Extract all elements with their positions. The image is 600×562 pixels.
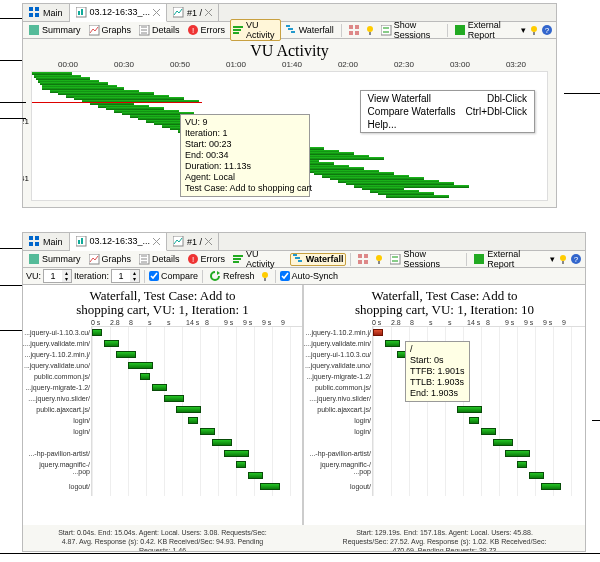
bulb-icon[interactable]	[529, 25, 540, 36]
btn-details[interactable]: Details	[136, 254, 183, 265]
bulb-icon[interactable]	[260, 271, 271, 282]
btn-external-report[interactable]: External Report	[452, 20, 518, 40]
autosync-checkbox[interactable]	[280, 271, 290, 281]
lbl: Graphs	[102, 25, 132, 35]
tab-item[interactable]: #1 /	[167, 233, 219, 251]
bulb-icon[interactable]	[558, 254, 569, 265]
help-icon[interactable]: ?	[571, 254, 582, 265]
spin-down[interactable]: ▾	[62, 276, 71, 282]
grid-icon	[29, 236, 40, 247]
lbl: Compare Waterfalls	[368, 106, 456, 117]
lbl: Details	[152, 25, 180, 35]
svg-rect-60	[392, 260, 398, 262]
bulb-icon[interactable]	[365, 25, 376, 36]
svg-text:!: !	[191, 255, 193, 264]
y-tick: 41	[22, 174, 29, 183]
btn-external-report[interactable]: External Report	[471, 249, 547, 269]
btn-vu-activity[interactable]: VU Activity	[230, 249, 288, 269]
close-icon[interactable]	[205, 9, 212, 16]
btn-summary[interactable]: Summary	[26, 254, 84, 265]
vu-chart[interactable]: VUs 21 41 VU: 9Iteration: 1Start: 00:23E…	[31, 71, 548, 201]
btn-show-sessions[interactable]: Show Sessions	[387, 249, 462, 269]
lbl: #1 /	[187, 237, 202, 247]
tab-session[interactable]: 03.12-16:33_...	[70, 233, 168, 251]
f1: Start: 0.04s. End: 15.04s. Agent: Local.…	[29, 528, 296, 537]
btn-errors[interactable]: !Errors	[185, 254, 229, 265]
btn-vu-activity[interactable]: VU Activity	[230, 19, 281, 41]
svg-rect-34	[35, 236, 39, 240]
btn-errors[interactable]: !Errors	[185, 25, 229, 36]
t2: shopping cart, VU: 1, Iteration: 10	[310, 303, 579, 317]
iter-spinner[interactable]: ▴▾	[111, 269, 140, 283]
toolbar-bottom-1: Summary Graphs Details !Errors VU Activi…	[23, 251, 585, 268]
btn-graphs[interactable]: Graphs	[86, 254, 135, 265]
dropdown-ext[interactable]: ▾	[549, 254, 556, 264]
separator	[202, 270, 203, 283]
svg-rect-52	[358, 254, 362, 258]
bulb-icon[interactable]	[374, 254, 385, 265]
btn-gridview[interactable]	[346, 25, 363, 36]
guide-line	[32, 102, 202, 103]
svg-rect-46	[233, 255, 243, 257]
svg-text:!: !	[191, 26, 193, 35]
svg-rect-48	[233, 261, 239, 263]
wf-grid-right[interactable]: /Start: 0sTTFB: 1.901sTTLB: 1.903sEnd: 1…	[372, 326, 585, 496]
tab-main[interactable]: Main	[23, 233, 70, 251]
svg-rect-6	[81, 9, 83, 15]
report-icon	[76, 7, 87, 18]
svg-rect-13	[233, 26, 243, 28]
lbl: Refresh	[223, 271, 255, 281]
lbl: Errors	[201, 25, 226, 35]
svg-rect-26	[383, 27, 389, 29]
svg-rect-0	[29, 7, 33, 11]
errors-icon: !	[188, 25, 199, 36]
context-menu[interactable]: View WaterfallDbl-Click Compare Waterfal…	[360, 90, 535, 133]
spin-down[interactable]: ▾	[130, 276, 139, 282]
btn-waterfall[interactable]: Waterfall	[290, 253, 347, 266]
btn-refresh[interactable]: Refresh	[207, 271, 258, 282]
tab-item[interactable]: #1 /	[167, 4, 219, 22]
btn-show-sessions[interactable]: Show Sessions	[378, 20, 443, 40]
btn-gridview[interactable]	[355, 254, 372, 265]
toolbar-bottom-2: VU: ▴▾ Iteration: ▴▾ Compare Refresh Aut…	[23, 268, 585, 285]
btn-details[interactable]: Details	[136, 25, 183, 36]
lbl: Main	[43, 237, 63, 247]
close-icon[interactable]	[153, 238, 160, 245]
report-icon	[76, 236, 87, 247]
wf-title: Waterfall, Test Case: Add to shopping ca…	[304, 285, 585, 319]
help-icon[interactable]: ?	[542, 25, 553, 36]
chart-icon	[173, 236, 184, 247]
svg-rect-14	[233, 29, 241, 31]
iter-input[interactable]	[112, 271, 130, 281]
vu-input[interactable]	[44, 271, 62, 281]
svg-rect-35	[29, 242, 33, 246]
btn-graphs[interactable]: Graphs	[86, 25, 135, 36]
compare-label: Compare	[161, 271, 198, 281]
btn-waterfall[interactable]: Waterfall	[283, 25, 337, 36]
svg-rect-33	[29, 236, 33, 240]
f3: Requests: 1.46	[29, 546, 296, 552]
wf-grid-left[interactable]: /jquery-ui-1.10.3.cu.../jquery.validate.…	[91, 326, 302, 496]
lbl: Show Sessions	[403, 249, 459, 269]
graphs-icon	[89, 25, 100, 36]
refresh-icon	[210, 271, 221, 282]
tab-main[interactable]: Main	[23, 4, 70, 22]
compare-checkbox[interactable]	[149, 271, 159, 281]
close-icon[interactable]	[153, 9, 160, 16]
btn-summary[interactable]: Summary	[26, 25, 84, 36]
svg-rect-18	[291, 31, 295, 33]
iter-label: Iteration:	[74, 271, 109, 281]
dropdown-ext[interactable]: ▾	[520, 25, 527, 35]
menu-compare-waterfalls[interactable]: Compare WaterfallsCtrl+Dbl-Click	[362, 105, 533, 118]
vu-spinner[interactable]: ▴▾	[43, 269, 72, 283]
summary-icon	[29, 25, 40, 36]
toolbar-top: Summary Graphs Details !Errors VU Activi…	[23, 22, 556, 39]
shortcut: Dbl-Click	[487, 93, 527, 104]
tab-session[interactable]: 03.12-16:33_...	[70, 4, 168, 22]
menu-view-waterfall[interactable]: View WaterfallDbl-Click	[362, 92, 533, 105]
close-icon[interactable]	[205, 238, 212, 245]
svg-rect-16	[286, 25, 290, 27]
svg-point-29	[531, 26, 537, 32]
menu-help[interactable]: Help...	[362, 118, 533, 131]
f3: 470.69. Pending Requests: 38.73	[310, 546, 579, 552]
